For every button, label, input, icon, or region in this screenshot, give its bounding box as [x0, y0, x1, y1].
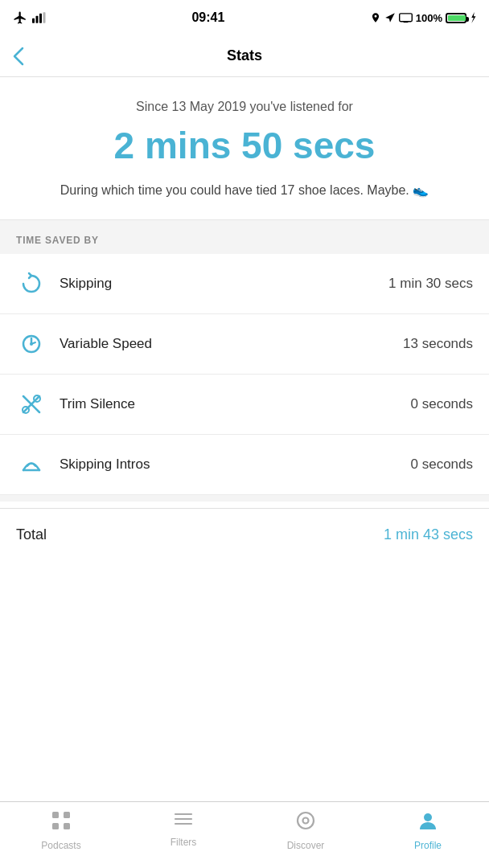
svg-rect-0 [32, 18, 35, 23]
total-label: Total [16, 526, 47, 543]
stat-rows: Skipping 1 min 30 secs Variable Speed 13… [0, 254, 489, 495]
back-button[interactable] [13, 47, 24, 66]
svg-rect-16 [52, 823, 59, 829]
airplane-icon [13, 10, 27, 25]
total-section: Total 1 min 43 secs [0, 508, 489, 561]
tab-podcasts[interactable]: Podcasts [0, 810, 122, 851]
svg-point-21 [298, 813, 314, 829]
trim-silence-value: 0 seconds [411, 396, 474, 412]
svg-rect-17 [64, 823, 70, 829]
svg-point-22 [303, 818, 309, 824]
total-value: 1 min 43 secs [384, 526, 473, 543]
charging-icon [470, 12, 476, 23]
skipping-intros-value: 0 seconds [411, 457, 474, 473]
svg-rect-14 [52, 812, 59, 818]
svg-rect-2 [39, 14, 42, 23]
intro-icon [16, 449, 47, 480]
tab-bar: Podcasts Filters Discover [0, 801, 489, 868]
nav-bar: Stats [0, 35, 489, 77]
page-title: Stats [227, 47, 262, 64]
profile-icon [417, 810, 438, 836]
stat-row-skipping-intros: Skipping Intros 0 seconds [0, 435, 489, 495]
svg-rect-4 [399, 13, 412, 21]
battery-percentage: 100% [416, 12, 442, 24]
svg-point-23 [424, 813, 432, 821]
navigation-icon [384, 12, 396, 23]
fun-fact: During which time you could have tied 17… [60, 181, 429, 200]
skipping-value: 1 min 30 secs [388, 276, 473, 292]
trim-icon [16, 389, 47, 420]
section-header: TIME SAVED BY [0, 220, 489, 254]
profile-label: Profile [414, 840, 442, 851]
stat-row-variable-speed: Variable Speed 13 seconds [0, 314, 489, 375]
tab-profile[interactable]: Profile [367, 810, 489, 851]
svg-rect-15 [64, 812, 70, 818]
filters-icon [173, 810, 194, 833]
skipping-label: Skipping [60, 276, 388, 292]
stat-row-skipping: Skipping 1 min 30 secs [0, 254, 489, 314]
tab-filters[interactable]: Filters [122, 810, 244, 848]
svg-marker-6 [471, 12, 475, 23]
battery-icon [446, 13, 466, 23]
podcasts-icon [51, 810, 72, 836]
spacer [0, 495, 489, 502]
svg-rect-1 [36, 16, 39, 23]
stat-row-trim-silence: Trim Silence 0 seconds [0, 375, 489, 435]
battery-fill [448, 15, 466, 21]
skipping-intros-label: Skipping Intros [60, 457, 411, 473]
variable-speed-label: Variable Speed [60, 336, 403, 352]
tab-discover[interactable]: Discover [244, 810, 367, 851]
location-icon [370, 12, 381, 23]
signal-icon [32, 12, 47, 23]
discover-label: Discover [287, 840, 325, 851]
svg-point-8 [30, 342, 33, 346]
speed-icon [16, 329, 47, 359]
skip-icon [16, 268, 47, 299]
status-right: 100% [370, 12, 476, 24]
podcasts-label: Podcasts [41, 840, 80, 851]
variable-speed-value: 13 seconds [403, 336, 473, 352]
stats-hero: Since 13 May 2019 you've listened for 2 … [0, 77, 489, 220]
screen-icon [399, 13, 413, 23]
filters-label: Filters [171, 837, 197, 848]
status-left [13, 10, 47, 25]
listen-time: 2 mins 50 secs [16, 125, 473, 166]
status-time: 09:41 [191, 10, 224, 25]
since-text: Since 13 May 2019 you've listened for [16, 100, 473, 114]
discover-icon [295, 810, 316, 836]
svg-rect-5 [403, 21, 408, 22]
status-bar: 09:41 100% [0, 0, 489, 35]
trim-silence-label: Trim Silence [60, 396, 411, 412]
svg-rect-3 [43, 12, 46, 23]
main-content: Since 13 May 2019 you've listened for 2 … [0, 77, 489, 801]
time-saved-section: TIME SAVED BY [0, 220, 489, 254]
